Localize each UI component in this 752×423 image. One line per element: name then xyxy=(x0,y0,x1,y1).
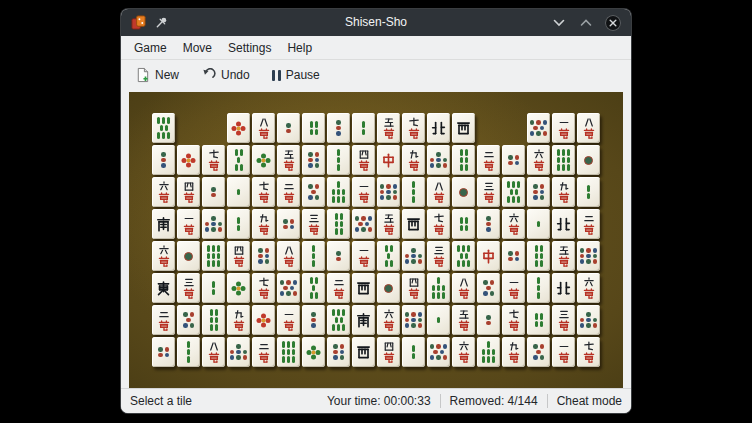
tile-m5[interactable] xyxy=(277,145,300,175)
tile-dR[interactable] xyxy=(377,145,400,175)
tile-p9[interactable] xyxy=(377,177,400,207)
tile-wW[interactable] xyxy=(352,273,375,303)
tile-m3[interactable] xyxy=(177,273,200,303)
tile-s4[interactable] xyxy=(302,113,325,143)
tile-p1[interactable] xyxy=(452,177,475,207)
chevron-up-icon[interactable] xyxy=(578,15,594,31)
tile-s3[interactable] xyxy=(402,177,425,207)
menu-move[interactable]: Move xyxy=(175,39,220,57)
tile-m6[interactable] xyxy=(152,177,175,207)
tile-s2[interactable] xyxy=(202,273,225,303)
tile-p7[interactable] xyxy=(227,337,250,367)
tile-m5[interactable] xyxy=(377,113,400,143)
tile-p9[interactable] xyxy=(577,241,600,271)
tile-m8[interactable] xyxy=(252,113,275,143)
tile-s7[interactable] xyxy=(477,337,500,367)
tile-p3[interactable] xyxy=(327,113,350,143)
tile-p1[interactable] xyxy=(177,241,200,271)
tile-p4[interactable] xyxy=(277,209,300,239)
tile-s5[interactable] xyxy=(302,273,325,303)
tile-p7[interactable] xyxy=(427,145,450,175)
tile-s6[interactable] xyxy=(327,209,350,239)
tile-m2[interactable] xyxy=(477,145,500,175)
tile-s6[interactable] xyxy=(202,305,225,335)
tile-s3[interactable] xyxy=(177,337,200,367)
tile-wN[interactable] xyxy=(552,273,575,303)
tile-wN[interactable] xyxy=(552,209,575,239)
tile-m3[interactable] xyxy=(427,241,450,271)
tile-wN[interactable] xyxy=(427,113,450,143)
tile-m4[interactable] xyxy=(352,145,375,175)
tile-fl[interactable] xyxy=(227,113,250,143)
tile-m1[interactable] xyxy=(352,177,375,207)
tile-s5[interactable] xyxy=(377,241,400,271)
tile-s7[interactable] xyxy=(327,177,350,207)
tile-p5[interactable] xyxy=(302,177,325,207)
tile-m9[interactable] xyxy=(502,337,525,367)
tile-wS[interactable] xyxy=(352,305,375,335)
tile-m4[interactable] xyxy=(402,273,425,303)
tile-m1[interactable] xyxy=(277,305,300,335)
tile-m6[interactable] xyxy=(502,209,525,239)
tile-m4[interactable] xyxy=(177,177,200,207)
tile-p8[interactable] xyxy=(427,337,450,367)
tile-s3[interactable] xyxy=(302,241,325,271)
tile-wW[interactable] xyxy=(352,337,375,367)
tile-m5[interactable] xyxy=(552,241,575,271)
tile-m6[interactable] xyxy=(377,305,400,335)
tile-m7[interactable] xyxy=(252,273,275,303)
tile-s7[interactable] xyxy=(427,273,450,303)
tile-m2[interactable] xyxy=(252,337,275,367)
tile-p2[interactable] xyxy=(477,305,500,335)
tile-s2[interactable] xyxy=(577,177,600,207)
tile-s8[interactable] xyxy=(452,241,475,271)
tile-p6[interactable] xyxy=(527,177,550,207)
tile-p6[interactable] xyxy=(252,241,275,271)
chevron-down-icon[interactable] xyxy=(551,15,567,31)
menu-help[interactable]: Help xyxy=(279,39,320,57)
undo-button[interactable]: Undo xyxy=(194,65,257,86)
tile-p6[interactable] xyxy=(302,145,325,175)
tile-m7[interactable] xyxy=(427,209,450,239)
tile-m2[interactable] xyxy=(577,209,600,239)
new-button[interactable]: New xyxy=(128,64,186,86)
tile-p1[interactable] xyxy=(377,273,400,303)
tile-wW[interactable] xyxy=(402,209,425,239)
tile-p8[interactable] xyxy=(527,113,550,143)
tile-s9[interactable] xyxy=(277,337,300,367)
tile-m7[interactable] xyxy=(502,305,525,335)
tile-p4[interactable] xyxy=(502,145,525,175)
tile-s6[interactable] xyxy=(527,241,550,271)
tile-m9[interactable] xyxy=(227,305,250,335)
tile-m7[interactable] xyxy=(577,337,600,367)
tile-p6[interactable] xyxy=(327,337,350,367)
tile-s1[interactable] xyxy=(227,177,250,207)
tile-m9[interactable] xyxy=(402,145,425,175)
tile-m1[interactable] xyxy=(552,113,575,143)
tile-m4[interactable] xyxy=(377,337,400,367)
tile-m6[interactable] xyxy=(152,241,175,271)
tile-s2[interactable] xyxy=(227,209,250,239)
tile-m2[interactable] xyxy=(327,273,350,303)
tile-p5[interactable] xyxy=(527,337,550,367)
menu-game[interactable]: Game xyxy=(126,39,175,57)
tile-p3[interactable] xyxy=(477,209,500,239)
tile-s1[interactable] xyxy=(527,209,550,239)
tile-m9[interactable] xyxy=(552,177,575,207)
tile-m1[interactable] xyxy=(552,337,575,367)
tile-m5[interactable] xyxy=(377,209,400,239)
tile-p7[interactable] xyxy=(202,209,225,239)
tile-m8[interactable] xyxy=(427,177,450,207)
tile-m8[interactable] xyxy=(277,241,300,271)
tile-p4[interactable] xyxy=(502,241,525,271)
tile-m1[interactable] xyxy=(177,209,200,239)
tile-s8[interactable] xyxy=(327,305,350,335)
tile-p8[interactable] xyxy=(277,273,300,303)
tile-p5[interactable] xyxy=(477,273,500,303)
tile-m5[interactable] xyxy=(452,305,475,335)
tile-m8[interactable] xyxy=(452,273,475,303)
tile-m3[interactable] xyxy=(552,305,575,335)
tile-s3[interactable] xyxy=(327,145,350,175)
tile-p2[interactable] xyxy=(327,241,350,271)
tile-m1[interactable] xyxy=(502,273,525,303)
